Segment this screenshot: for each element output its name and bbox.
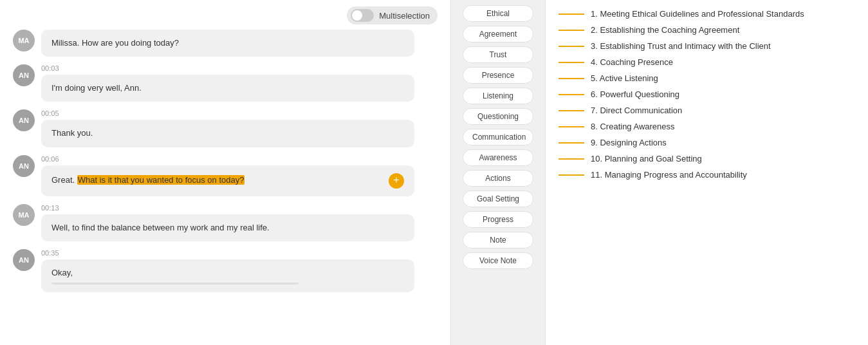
message-group: AN 00:06 Great. What is it that you want… bbox=[13, 155, 438, 196]
legend-text: 8. Creating Awareness bbox=[591, 122, 675, 131]
message-text: Milissa. How are you doing today? bbox=[51, 38, 179, 48]
legend-text: 10. Planning and Goal Setting bbox=[591, 154, 702, 163]
tag-button-communication[interactable]: Communication bbox=[463, 129, 533, 145]
legend-item: 3. Establishing Trust and Intimacy with … bbox=[559, 41, 855, 51]
legend-text: 1. Meeting Ethical Guidelines and Profes… bbox=[591, 9, 804, 19]
legend-line bbox=[559, 110, 584, 111]
legend-item: 8. Creating Awareness bbox=[559, 122, 855, 131]
tag-button-goal-setting[interactable]: Goal Setting bbox=[463, 191, 533, 207]
tag-button-questioning[interactable]: Questioning bbox=[463, 108, 533, 125]
message-text: I'm doing very well, Ann. bbox=[51, 83, 142, 93]
timestamp: 00:05 bbox=[41, 109, 438, 117]
legend-panel: 1. Meeting Ethical Guidelines and Profes… bbox=[546, 0, 868, 345]
tag-button-presence[interactable]: Presence bbox=[463, 67, 533, 84]
legend-line bbox=[559, 14, 584, 15]
legend-line bbox=[559, 46, 584, 47]
multiselection-toggle[interactable] bbox=[351, 9, 374, 22]
tag-button-voice-note[interactable]: Voice Note bbox=[463, 252, 533, 269]
avatar: AN bbox=[13, 109, 35, 131]
message-content: 00:13 Well, to find the balance between … bbox=[41, 204, 438, 241]
message-text: Okay, bbox=[51, 268, 73, 277]
tag-button-awareness[interactable]: Awareness bbox=[463, 149, 533, 166]
legend-text: 4. Coaching Presence bbox=[591, 57, 673, 67]
plus-button[interactable]: + bbox=[389, 173, 404, 189]
bubble: Milissa. How are you doing today? bbox=[41, 30, 414, 57]
message-group: AN 00:35 Okay, bbox=[13, 249, 438, 292]
legend-item: 6. Powerful Questioning bbox=[559, 89, 855, 99]
message-group: AN 00:03 I'm doing very well, Ann. bbox=[13, 64, 438, 102]
legend-text: 11. Managing Progress and Accountability bbox=[591, 170, 747, 180]
message-content: 00:05 Thank you. bbox=[41, 109, 438, 147]
avatar: AN bbox=[13, 249, 35, 271]
legend-text: 3. Establishing Trust and Intimacy with … bbox=[591, 41, 771, 51]
avatar: AN bbox=[13, 64, 35, 86]
bubble: Okay, bbox=[41, 259, 414, 292]
legend-text: 5. Active Listening bbox=[591, 73, 658, 83]
legend-line bbox=[559, 174, 584, 176]
audio-progress-bar[interactable] bbox=[51, 283, 299, 284]
timestamp: 00:06 bbox=[41, 155, 438, 163]
message-content: 00:03 I'm doing very well, Ann. bbox=[41, 64, 438, 102]
legend-item: 4. Coaching Presence bbox=[559, 57, 855, 67]
timestamp: 00:35 bbox=[41, 249, 438, 257]
avatar: AN bbox=[13, 155, 35, 177]
message-content: 00:06 Great. What is it that you wanted … bbox=[41, 155, 438, 196]
tag-button-note[interactable]: Note bbox=[463, 232, 533, 248]
legend-line bbox=[559, 142, 584, 144]
tag-panel: EthicalAgreementTrustPresenceListeningQu… bbox=[450, 0, 546, 345]
legend-item: 11. Managing Progress and Accountability bbox=[559, 170, 855, 180]
bubble-highlight: Great. What is it that you wanted to foc… bbox=[41, 165, 414, 196]
timestamp: 00:13 bbox=[41, 204, 438, 212]
legend-item: 9. Designing Actions bbox=[559, 138, 855, 147]
message-group: AN 00:05 Thank you. bbox=[13, 109, 438, 147]
legend-item: 10. Planning and Goal Setting bbox=[559, 154, 855, 163]
legend-line bbox=[559, 158, 584, 160]
multiselection-toggle-container[interactable]: Multiselection bbox=[347, 6, 438, 24]
legend-text: 6. Powerful Questioning bbox=[591, 89, 679, 99]
text-before: Great. bbox=[51, 175, 77, 185]
chat-panel: Multiselection MA Milissa. How are you d… bbox=[0, 0, 450, 345]
legend-item: 2. Establishing the Coaching Agreement bbox=[559, 25, 855, 35]
tag-button-trust[interactable]: Trust bbox=[463, 46, 533, 63]
multiselection-label: Multiselection bbox=[379, 11, 430, 21]
bubble: I'm doing very well, Ann. bbox=[41, 75, 414, 102]
highlighted-text: What is it that you wanted to focus on t… bbox=[77, 175, 245, 185]
legend-line bbox=[559, 30, 584, 31]
message-text: Great. What is it that you wanted to foc… bbox=[51, 174, 245, 186]
tag-button-actions[interactable]: Actions bbox=[463, 170, 533, 187]
tag-button-agreement[interactable]: Agreement bbox=[463, 26, 533, 42]
legend-text: 2. Establishing the Coaching Agreement bbox=[591, 25, 739, 35]
timestamp: 00:03 bbox=[41, 64, 438, 72]
message-text: Well, to find the balance between my wor… bbox=[51, 223, 270, 232]
multiselection-bar: Multiselection bbox=[13, 6, 438, 24]
legend-line bbox=[559, 126, 584, 127]
tag-button-progress[interactable]: Progress bbox=[463, 211, 533, 228]
bubble: Thank you. bbox=[41, 120, 414, 147]
legend-text: 9. Designing Actions bbox=[591, 138, 667, 147]
message-content: Milissa. How are you doing today? bbox=[41, 30, 438, 57]
avatar: MA bbox=[13, 204, 35, 226]
legend-line bbox=[559, 78, 584, 79]
legend-line bbox=[559, 94, 584, 95]
legend-item: 1. Meeting Ethical Guidelines and Profes… bbox=[559, 9, 855, 19]
legend-item: 5. Active Listening bbox=[559, 73, 855, 83]
bubble: Well, to find the balance between my wor… bbox=[41, 214, 414, 241]
avatar: MA bbox=[13, 30, 35, 51]
legend-item: 7. Direct Communication bbox=[559, 106, 855, 115]
tag-button-listening[interactable]: Listening bbox=[463, 88, 533, 104]
message-content: 00:35 Okay, bbox=[41, 249, 438, 292]
tag-button-ethical[interactable]: Ethical bbox=[463, 5, 533, 22]
message-group: MA Milissa. How are you doing today? bbox=[13, 30, 438, 57]
legend-line bbox=[559, 62, 584, 63]
message-group: MA 00:13 Well, to find the balance betwe… bbox=[13, 204, 438, 241]
legend-text: 7. Direct Communication bbox=[591, 106, 682, 115]
message-text: Thank you. bbox=[51, 128, 93, 138]
